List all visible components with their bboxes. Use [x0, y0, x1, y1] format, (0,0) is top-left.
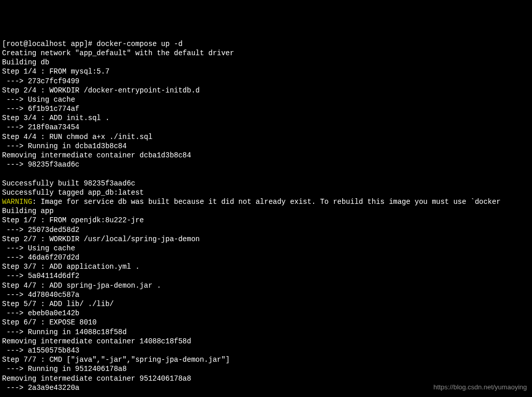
output-line: ---> Using cache	[2, 95, 530, 104]
prompt-line: [root@localhost app]# docker-compose up …	[2, 39, 530, 49]
output-line: ---> a1550575b843	[2, 346, 530, 355]
output-line: ---> 273c7fcf9499	[2, 77, 530, 86]
output-line: ---> 46da6f207d2d	[2, 253, 530, 262]
output-line: ---> Running in dcba1d3b8c84	[2, 142, 530, 151]
output-line: ---> ebeb0a0e142b	[2, 309, 530, 318]
output-block-2: Building appStep 1/7 : FROM openjdk:8u22…	[2, 206, 530, 397]
terminal-output[interactable]: [root@localhost app]# docker-compose up …	[2, 39, 530, 397]
warning-text: : Image for service db was built because…	[32, 198, 501, 206]
output-line: Step 5/7 : ADD lib/ ./lib/	[2, 299, 530, 309]
output-line: Step 2/7 : WORKDIR /usr/local/spring-jpa…	[2, 235, 530, 244]
output-line: Building db	[2, 58, 530, 67]
output-block-1: Creating network "app_default" with the …	[2, 49, 530, 197]
output-line: Creating network "app_default" with the …	[2, 49, 530, 58]
output-line: Step 2/4 : WORKDIR /docker-entrypoint-in…	[2, 86, 530, 95]
warning-label: WARNING	[2, 198, 32, 206]
output-line: Step 6/7 : EXPOSE 8010	[2, 318, 530, 327]
output-line: Successfully tagged app_db:latest	[2, 188, 530, 197]
output-line: Successfully built 98235f3aad6c	[2, 179, 530, 188]
output-line: ---> 218f0aa73454	[2, 123, 530, 132]
output-line: ---> Running in 14088c18f58d	[2, 328, 530, 337]
output-line: ---> Running in 9512406178a8	[2, 364, 530, 373]
output-line: Step 3/4 : ADD init.sql .	[2, 113, 530, 123]
output-line: Step 4/4 : RUN chmod a+x ./init.sql	[2, 132, 530, 142]
output-line: Step 1/7 : FROM openjdk:8u222-jre	[2, 216, 530, 225]
output-line: ---> 25073ded58d2	[2, 225, 530, 235]
output-line: Step 4/7 : ADD spring-jpa-demon.jar .	[2, 281, 530, 290]
output-line: Step 7/7 : CMD ["java","-jar","spring-jp…	[2, 355, 530, 364]
output-line: ---> Using cache	[2, 244, 530, 253]
output-line: ---> 4d78040c587a	[2, 290, 530, 299]
output-line: Step 3/7 : ADD application.yml .	[2, 262, 530, 271]
output-line: Removing intermediate container 95124061…	[2, 374, 530, 383]
output-line: Building app	[2, 206, 530, 216]
output-line: ---> 6f1b91c774af	[2, 104, 530, 113]
warning-line: WARNING: Image for service db was built …	[2, 197, 530, 206]
output-line: ---> 98235f3aad6c	[2, 160, 530, 169]
watermark-text: https://blog.csdn.net/yumaoying	[433, 383, 527, 392]
output-line: Removing intermediate container dcba1d3b…	[2, 151, 530, 160]
output-line	[2, 169, 530, 178]
output-line: ---> 5a04114d6df2	[2, 271, 530, 281]
output-line: Step 1/4 : FROM mysql:5.7	[2, 67, 530, 76]
output-line	[2, 392, 530, 397]
output-line: Removing intermediate container 14088c18…	[2, 337, 530, 346]
